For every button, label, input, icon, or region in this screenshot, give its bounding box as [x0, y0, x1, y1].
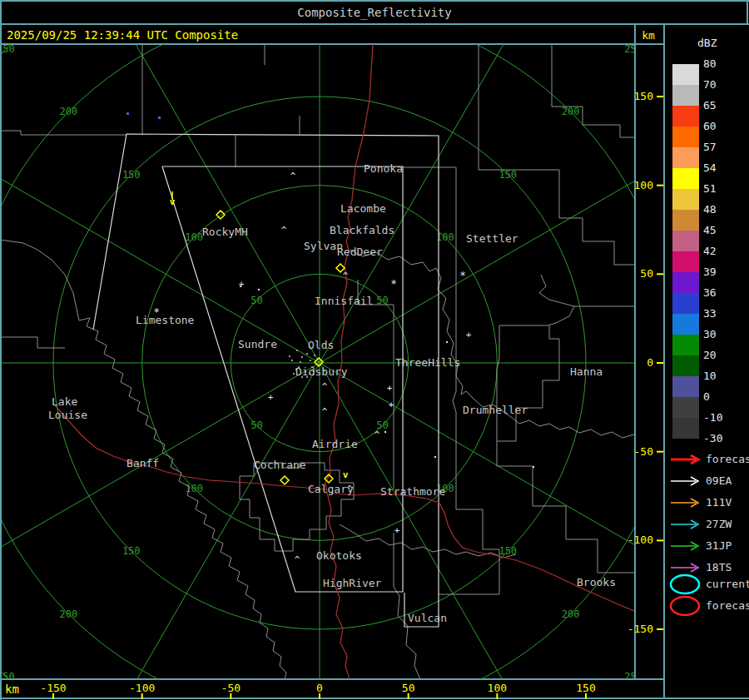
legend-label: 31JP: [706, 539, 732, 552]
colorbar-swatch: [672, 397, 699, 418]
x-axis-tick: [230, 693, 231, 699]
radar-site-diamond: [280, 476, 289, 484]
radar-coverage-outline: [93, 134, 439, 627]
colorbar-swatch: [672, 376, 699, 397]
colorbar-swatch: [672, 231, 699, 251]
colorbar-label: 80: [703, 57, 717, 70]
x-axis-tick: [408, 693, 409, 699]
legend-label: current: [706, 578, 749, 590]
city-label: Strathmore: [380, 485, 445, 498]
colorbar-swatch: [672, 293, 699, 314]
ground-clutter-dot: [293, 373, 295, 375]
colorbar-label: 70: [703, 78, 717, 91]
city-label: Blackfalds: [330, 224, 394, 236]
y-axis-tick-label: 0: [647, 356, 653, 369]
map-symbol-*: *: [459, 270, 465, 281]
x-axis-tick-label: 100: [488, 682, 507, 694]
county-boundary: [439, 509, 499, 594]
ring-label: 150: [122, 169, 141, 181]
ring-label: 250: [0, 43, 15, 55]
county-boundary: [240, 463, 354, 551]
legend-ellipse: [671, 575, 699, 593]
colorbar-label: 45: [703, 224, 717, 236]
city-label: Vulcan: [408, 612, 447, 624]
ring-label: 200: [562, 106, 580, 117]
x-axis-tick: [52, 693, 54, 699]
map-symbol-^: ^: [374, 429, 380, 440]
county-boundary: [559, 170, 634, 265]
radar-center-dot: [318, 361, 320, 364]
ring-label: 50: [376, 295, 388, 306]
city-label: Brooks: [577, 576, 616, 588]
colorbar-swatch: [672, 64, 699, 85]
county-boundary: [394, 533, 420, 679]
colorbar-swatch: [672, 210, 699, 231]
x-axis-tick-label: -100: [129, 682, 155, 694]
colorbar-label: 42: [703, 245, 717, 257]
map-symbol-^: ^: [295, 554, 300, 565]
colorbar-swatch: [672, 314, 699, 335]
highway-line: [329, 493, 634, 611]
ring-label: 50: [250, 295, 262, 306]
colorbar-label: 0: [703, 390, 710, 403]
map-symbol-+: +: [389, 400, 394, 410]
ground-clutter-dot: [289, 355, 290, 357]
y-axis-tick: [657, 96, 663, 97]
colorbar-label: 60: [703, 120, 717, 132]
city-label: ThreeHills: [395, 356, 460, 369]
map-dot: [384, 431, 386, 433]
map-symbol-+: +: [394, 525, 400, 536]
legend-label: forecast: [706, 599, 749, 612]
ring-label: 250: [624, 43, 642, 55]
radar-map-display: 5050505010010010010015015015015020020020…: [0, 0, 749, 700]
colorbar-label: 39: [703, 266, 717, 278]
colorbar-swatch: [672, 335, 699, 355]
colorbar-label: 36: [703, 286, 717, 299]
radar-app-window: Composite_Reflectivity 2025/09/25 12:39:…: [0, 0, 749, 700]
colorbar-swatch: [672, 418, 699, 439]
ring-label: 200: [562, 608, 580, 620]
x-axis-tick: [319, 693, 320, 699]
colorbar-label: 48: [703, 203, 717, 216]
colorbar-swatch: [672, 272, 699, 293]
county-boundary: [552, 44, 634, 137]
colorbar-label: 10: [703, 370, 717, 382]
city-label: Airdrie: [312, 438, 358, 450]
y-axis-tick: [657, 273, 663, 275]
ground-clutter-dot: [310, 360, 311, 361]
city-label: Lake: [52, 395, 77, 408]
city-label: Ponoka: [364, 162, 403, 175]
ring-label: 150: [499, 169, 517, 181]
x-axis-tick: [585, 693, 587, 699]
colorbar-swatch: [672, 85, 699, 106]
map-dot: [446, 341, 448, 343]
x-axis-tick-label: -50: [221, 682, 241, 694]
colorbar-label: 20: [703, 349, 717, 361]
map-symbol-+: +: [239, 279, 245, 290]
map-symbol-^: ^: [322, 406, 328, 417]
county-boundary: [497, 306, 574, 466]
ring-label: 200: [59, 106, 77, 117]
city-label: Limestone: [136, 314, 195, 326]
city-label: HighRiver: [323, 577, 382, 589]
ring-label: 50: [250, 420, 262, 431]
y-axis-tick: [657, 451, 663, 453]
county-boundary: [79, 318, 286, 679]
county-boundary: [340, 524, 516, 558]
map-symbol-^: ^: [322, 381, 328, 392]
ground-clutter-dot: [306, 353, 308, 355]
x-axis-tick-label: 0: [316, 682, 323, 694]
map-symbol-^: ^: [290, 171, 296, 181]
city-label: RedDeer: [337, 246, 383, 258]
city-label: Stettler: [466, 232, 518, 245]
ground-clutter-dot: [314, 355, 315, 356]
y-axis-tick: [657, 628, 663, 630]
city-label: Didsbury: [295, 365, 348, 378]
county-boundary: [539, 275, 634, 306]
colorbar-label: -10: [703, 411, 722, 424]
colorbar-label: 57: [703, 141, 717, 153]
x-axis-tick-label: 150: [576, 682, 595, 694]
ground-clutter-dot: [301, 356, 303, 358]
map-symbol-+: +: [466, 330, 472, 340]
city-label: Cochrane: [254, 459, 306, 471]
